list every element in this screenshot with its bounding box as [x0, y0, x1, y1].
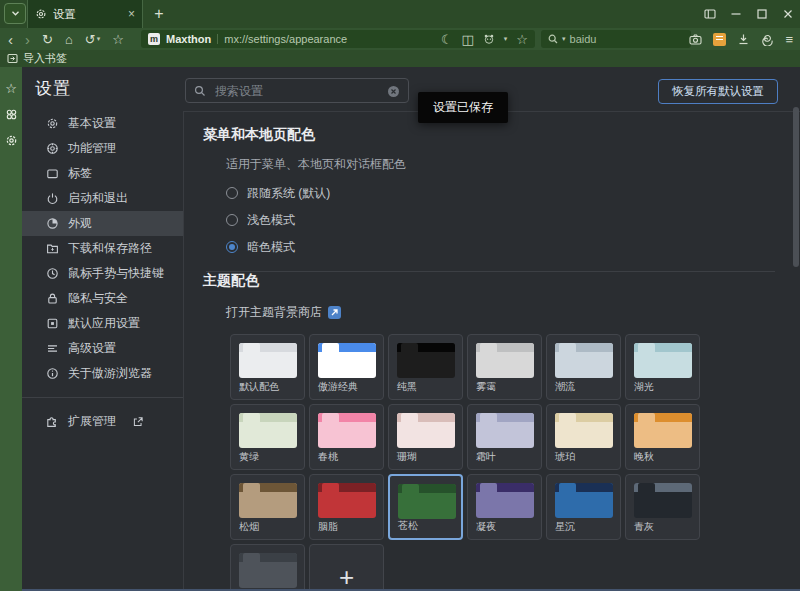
quick-search-box[interactable]: ▾ baidu [541, 30, 691, 48]
palette-icon [46, 217, 59, 230]
sidebar-item-folder-download[interactable]: 下载和保存路径 [22, 236, 183, 261]
sidebar-item-gear[interactable]: 基本设置 [22, 111, 183, 136]
section-heading-themes: 主题配色 [203, 272, 800, 290]
sidebar-item-apps[interactable]: 默认应用设置 [22, 311, 183, 336]
theme-card[interactable]: 黄绿 [230, 404, 305, 470]
back-icon[interactable]: ‹ [8, 32, 13, 47]
theme-swatch [634, 483, 692, 518]
theme-card[interactable]: 晚秋 [625, 404, 700, 470]
layout-panel-icon[interactable] [704, 8, 716, 20]
favorite-star-icon[interactable]: ☆ [112, 33, 124, 46]
sidebar-item-lock[interactable]: 隐私与安全 [22, 286, 183, 311]
rail-settings-gear-icon[interactable] [5, 134, 18, 147]
chevron-down-icon[interactable]: ▾ [504, 35, 508, 43]
new-tab-button[interactable]: + [149, 4, 169, 24]
theme-card[interactable]: 凝夜 [467, 474, 542, 540]
radio-unchecked-icon[interactable] [226, 187, 238, 199]
theme-card[interactable]: 琥珀 [546, 404, 621, 470]
favorites-star-icon[interactable]: ☆ [5, 82, 17, 95]
settings-search-input[interactable] [213, 83, 380, 99]
active-tab[interactable]: 设置 × [27, 0, 143, 28]
theme-card[interactable]: 星沉 [546, 474, 621, 540]
quick-apps-clover-icon[interactable] [5, 108, 18, 121]
theme-card[interactable]: 湖光 [625, 334, 700, 400]
brand-label: Maxthon [166, 33, 211, 45]
forward-icon[interactable]: › [25, 32, 30, 47]
import-bookmarks-label[interactable]: 导入书签 [23, 51, 67, 66]
window-controls [704, 0, 794, 28]
sidebar-item-info[interactable]: 关于傲游浏览器 [22, 361, 183, 386]
split-view-icon[interactable]: ◫ [462, 33, 474, 46]
add-theme-button[interactable]: + [309, 544, 384, 591]
theme-card[interactable]: 傲游经典 [309, 334, 384, 400]
sidebar-item-tab[interactable]: 标签 [22, 161, 183, 186]
screenshot-camera-icon[interactable] [689, 33, 702, 46]
theme-store-link[interactable]: 打开主题背景商店 [226, 304, 341, 321]
section-heading-color-scheme: 菜单和本地页配色 [203, 126, 800, 144]
address-bar[interactable]: m Maxthon mx://settings/appearance ☾ ◫ ▾… [141, 30, 535, 48]
theme-label: 珊瑚 [397, 450, 417, 464]
theme-swatch [555, 483, 613, 518]
theme-card[interactable]: 雾霭 [467, 334, 542, 400]
theme-label: 松烟 [239, 520, 259, 534]
panda-snap-icon[interactable] [483, 33, 495, 45]
radio-label: 跟随系统 (默认) [247, 185, 330, 202]
sidebar-item-extensions[interactable]: 扩展管理 [22, 409, 183, 434]
vbox-swirl-icon[interactable] [761, 33, 774, 46]
theme-card[interactable]: 潮流 [546, 334, 621, 400]
theme-swatch [239, 553, 297, 588]
sidebar-item-power[interactable]: 启动和退出 [22, 186, 183, 211]
settings-gear-icon [35, 8, 47, 20]
color-mode-option-1[interactable]: 浅色模式 [226, 213, 800, 227]
sidebar-item-palette[interactable]: 外观 [22, 211, 183, 236]
divider [217, 34, 218, 44]
theme-card[interactable]: 胭脂 [309, 474, 384, 540]
collect-star-icon[interactable]: ☆ [516, 33, 528, 46]
apps-icon [46, 317, 59, 330]
theme-card[interactable]: 默认配色 [230, 334, 305, 400]
settings-panel: 设置 恢复所有默认设置 设置已保存 基本设置功能管理标签启动和退出外观下载和保存… [22, 67, 800, 591]
clear-search-icon[interactable] [387, 84, 400, 97]
tab-icon [46, 167, 59, 180]
theme-card[interactable]: 纯黑 [388, 334, 463, 400]
radio-checked-icon[interactable] [226, 241, 238, 253]
close-icon[interactable] [782, 8, 794, 20]
color-mode-option-0[interactable]: 跟随系统 (默认) [226, 186, 800, 200]
home-icon[interactable]: ⌂ [65, 33, 73, 46]
tab-list-dropdown-button[interactable] [4, 3, 26, 24]
download-icon[interactable] [737, 33, 750, 46]
scrollbar-thumb[interactable] [793, 107, 799, 267]
theme-card[interactable]: 松烟 [230, 474, 305, 540]
maximize-icon[interactable] [756, 8, 768, 20]
theme-card[interactable]: 春桃 [309, 404, 384, 470]
theme-card[interactable]: 珊瑚 [388, 404, 463, 470]
theme-swatch [476, 343, 534, 378]
night-mode-icon[interactable]: ☾ [441, 33, 453, 46]
theme-card[interactable]: 青灰 [625, 474, 700, 540]
theme-card[interactable]: 苍松 [388, 474, 463, 540]
menu-hamburger-icon[interactable]: ≡ [785, 33, 793, 46]
theme-card[interactable]: 暗夜 [230, 544, 305, 591]
tab-close-icon[interactable]: × [128, 8, 135, 20]
maxnote-icon[interactable] [713, 33, 726, 46]
radio-unchecked-icon[interactable] [226, 214, 238, 226]
search-icon [548, 34, 558, 44]
theme-swatch [239, 413, 297, 448]
restore-defaults-button[interactable]: 恢复所有默认设置 [658, 79, 778, 104]
undo-closed-tab-button[interactable]: ↺ ▾ [85, 33, 100, 46]
info-icon [46, 367, 59, 380]
url-text: mx://settings/appearance [224, 33, 435, 45]
sidebar-item-func[interactable]: 功能管理 [22, 136, 183, 161]
theme-swatch [318, 343, 376, 378]
color-mode-option-2[interactable]: 暗色模式 [226, 240, 800, 254]
theme-card[interactable]: 霜叶 [467, 404, 542, 470]
sidebar-item-sliders[interactable]: 高级设置 [22, 336, 183, 361]
external-link-icon [328, 306, 341, 319]
theme-label: 纯黑 [397, 380, 417, 394]
sidebar-item-clock[interactable]: 鼠标手势与快捷键 [22, 261, 183, 286]
theme-swatch [318, 413, 376, 448]
settings-search-box[interactable] [185, 78, 409, 103]
reload-icon[interactable]: ↻ [42, 33, 53, 46]
bookmarks-bar: 导入书签 [0, 50, 800, 67]
minimize-icon[interactable] [730, 8, 742, 20]
